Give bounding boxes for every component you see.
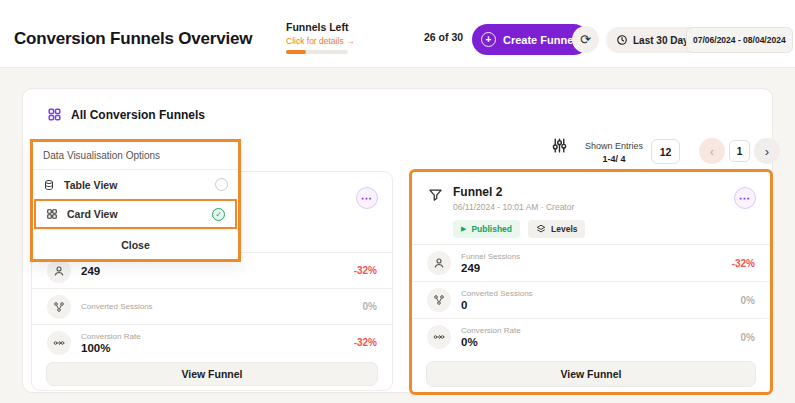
network-icon xyxy=(427,288,451,312)
create-funnel-label: Create Funnel xyxy=(503,34,576,46)
metric-value: 0 xyxy=(461,299,533,311)
metric-rows: Funnel Sessions 249 -32% Converted Sessi… xyxy=(412,244,770,355)
metric-value: 0% xyxy=(461,336,521,348)
date-range[interactable]: 07/06/2024 - 08/04/2024 xyxy=(686,27,793,53)
published-badge: ▶ Published xyxy=(453,220,520,238)
metric-label: Converted Sessions xyxy=(461,289,533,298)
section-title: All Conversion Funnels xyxy=(71,108,205,122)
shown-entries-value: 1-4/ 4 xyxy=(585,154,643,164)
person-icon xyxy=(427,251,451,275)
metric-delta: 0% xyxy=(741,295,755,306)
funnel-icon xyxy=(428,187,443,238)
page-size-select[interactable]: 12 xyxy=(651,139,680,164)
table-view-icon xyxy=(43,179,55,191)
funnels-progress-fill xyxy=(286,50,306,54)
data-visualisation-popup: Data Visualisation Options Table View Ca… xyxy=(30,139,241,262)
metric-value: 249 xyxy=(81,265,100,277)
plus-icon: + xyxy=(481,32,496,47)
refresh-button[interactable]: ⟳ xyxy=(572,26,599,53)
pagination-page-1[interactable]: 1 xyxy=(729,140,750,162)
funnel-badges: ▶ Published Levels xyxy=(453,220,585,238)
metric-row-funnel-sessions: Funnel Sessions 249 -32% xyxy=(412,244,770,281)
view-funnel-button[interactable]: View Funnel xyxy=(426,361,756,387)
metric-delta: -32% xyxy=(732,258,755,269)
metric-row-converted-sessions: Converted Sessions 0 0% xyxy=(412,281,770,318)
refresh-icon: ⟳ xyxy=(580,32,591,47)
view-funnel-button[interactable]: View Funnel xyxy=(46,362,378,386)
pagination-next-button[interactable]: › xyxy=(754,138,780,164)
funnels-progress-bar xyxy=(286,50,348,54)
conversion-icon xyxy=(427,325,451,349)
radio-checked[interactable]: ✓ xyxy=(212,208,225,221)
levels-badge[interactable]: Levels xyxy=(528,220,585,238)
play-icon: ▶ xyxy=(461,225,466,233)
funnel-meta: 06/11/2024 - 10:01 AM · Creator xyxy=(453,202,585,212)
card-view-icon xyxy=(46,208,58,220)
option-table-view[interactable]: Table View xyxy=(33,170,238,199)
metric-label: Converted Sessions xyxy=(81,302,153,311)
radio-unchecked[interactable] xyxy=(215,178,228,191)
metric-label: Funnel Sessions xyxy=(461,252,520,261)
funnels-left-link[interactable]: Click for details → xyxy=(286,36,355,46)
grid-icon xyxy=(47,107,62,122)
card-menu-button[interactable]: ⋯ xyxy=(734,187,756,209)
metric-delta: -32% xyxy=(354,337,377,348)
layers-icon xyxy=(536,224,546,234)
metric-label: Conversion Rate xyxy=(461,326,521,335)
filter-sliders-icon[interactable] xyxy=(551,137,568,154)
page-title: Conversion Funnels Overview xyxy=(14,29,252,49)
metric-label: Conversion Rate xyxy=(81,332,141,341)
network-icon xyxy=(47,295,71,319)
clock-icon xyxy=(616,34,628,46)
funnel-name: Funnel 2 xyxy=(453,185,585,199)
shown-entries: Shown Entries 1-4/ 4 xyxy=(585,141,643,164)
pagination-prev-button[interactable]: ‹ xyxy=(699,138,725,164)
metric-rows: 249 -32% Converted Sessions 0% xyxy=(32,252,392,360)
conversion-icon xyxy=(47,331,71,355)
metric-row-conversion-rate: Conversion Rate 100% -32% xyxy=(32,324,392,360)
published-label: Published xyxy=(471,224,512,234)
metric-delta: 0% xyxy=(741,332,755,343)
top-bar: Conversion Funnels Overview Funnels Left… xyxy=(0,0,795,68)
option-card-view[interactable]: Card View ✓ xyxy=(34,199,237,229)
funnels-left-label: Funnels Left xyxy=(286,21,355,33)
option-label: Table View xyxy=(64,179,117,191)
metric-delta: -32% xyxy=(354,265,377,276)
person-icon xyxy=(47,259,71,283)
funnel-card-2: Funnel 2 06/11/2024 - 10:01 AM · Creator… xyxy=(409,169,773,395)
time-range-label: Last 30 Days xyxy=(633,35,694,46)
shown-entries-label: Shown Entries xyxy=(585,141,643,151)
card-menu-button[interactable]: ⋯ xyxy=(356,187,378,209)
levels-label: Levels xyxy=(551,224,577,234)
section-header: All Conversion Funnels xyxy=(47,107,205,122)
funnels-count: 26 of 30 xyxy=(424,31,463,43)
popup-close-button[interactable]: Close xyxy=(33,229,238,259)
popup-title: Data Visualisation Options xyxy=(33,142,238,170)
option-label: Card View xyxy=(67,208,118,220)
funnel-card-header: Funnel 2 06/11/2024 - 10:01 AM · Creator… xyxy=(428,185,585,238)
metric-row-conversion-rate: Conversion Rate 0% 0% xyxy=(412,318,770,355)
funnels-left-widget[interactable]: Funnels Left Click for details → xyxy=(286,21,355,54)
metric-value: 249 xyxy=(461,262,520,274)
metric-delta: 0% xyxy=(363,301,377,312)
metric-value: 100% xyxy=(81,342,141,354)
metric-row-converted-sessions: Converted Sessions 0% xyxy=(32,288,392,324)
